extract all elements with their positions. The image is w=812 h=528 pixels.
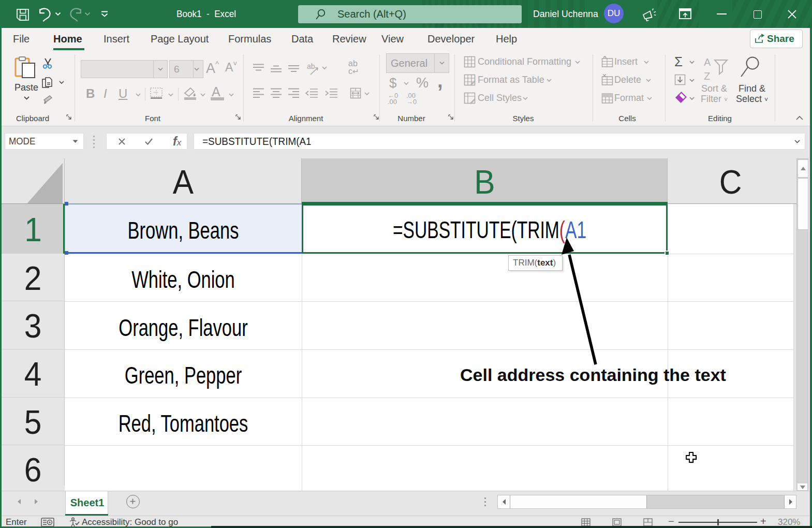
- svg-text:A: A: [704, 56, 711, 68]
- svg-text:Z: Z: [704, 70, 710, 82]
- svg-text:ab: ab: [307, 62, 315, 70]
